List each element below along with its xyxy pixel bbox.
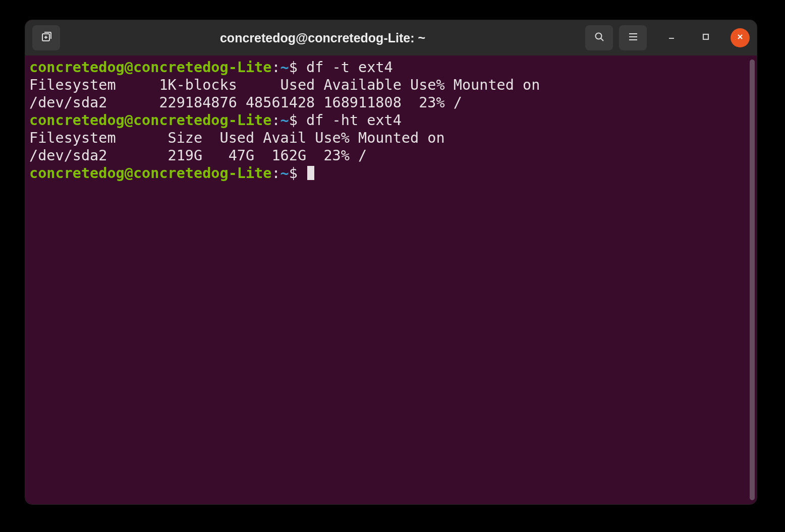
prompt-dollar: $	[289, 112, 298, 129]
cursor	[307, 166, 314, 180]
svg-rect-2	[703, 34, 708, 39]
titlebar: concretedog@concretedog-Lite: ~	[25, 20, 757, 55]
prompt-user: concretedog@concretedog-Lite	[29, 165, 271, 182]
search-button[interactable]	[585, 25, 613, 50]
terminal-body-wrap: concretedog@concretedog-Lite:~$ df -t ex…	[25, 55, 757, 504]
window-title: concretedog@concretedog-Lite: ~	[66, 31, 579, 45]
prompt-colon: :	[271, 59, 280, 76]
terminal-window: concretedog@concretedog-Lite: ~	[25, 20, 757, 504]
command-1: df -t ext4	[298, 59, 393, 76]
output-2-header: Filesystem Size Used Avail Use% Mounted …	[29, 130, 445, 146]
maximize-button[interactable]	[696, 28, 715, 47]
output-1-row: /dev/sda2 229184876 48561428 168911808 2…	[29, 94, 462, 111]
search-icon	[593, 31, 605, 45]
command-3	[298, 165, 306, 182]
prompt-path: ~	[281, 59, 289, 76]
prompt-path: ~	[281, 112, 289, 129]
prompt-dollar: $	[289, 59, 298, 76]
command-2: df -ht ext4	[298, 112, 402, 129]
prompt-colon: :	[271, 112, 280, 129]
prompt-user: concretedog@concretedog-Lite	[29, 59, 271, 76]
maximize-icon	[702, 33, 710, 43]
new-tab-button[interactable]	[32, 25, 60, 50]
svg-point-1	[595, 33, 601, 39]
terminal-body[interactable]: concretedog@concretedog-Lite:~$ df -t ex…	[25, 55, 749, 504]
prompt-path: ~	[281, 165, 289, 182]
menu-button[interactable]	[619, 25, 647, 50]
prompt-dollar: $	[289, 165, 298, 182]
minimize-button[interactable]	[662, 28, 681, 47]
output-1-header: Filesystem 1K-blocks Used Available Use%…	[29, 77, 540, 93]
scrollbar-thumb[interactable]	[750, 60, 755, 500]
new-tab-icon	[40, 31, 52, 45]
close-icon	[736, 33, 744, 43]
close-button[interactable]	[731, 28, 750, 47]
prompt-colon: :	[271, 165, 280, 182]
output-2-row: /dev/sda2 219G 47G 162G 23% /	[29, 147, 367, 164]
minimize-icon	[667, 33, 676, 43]
hamburger-icon	[627, 31, 639, 45]
prompt-user: concretedog@concretedog-Lite	[29, 112, 271, 129]
scrollbar[interactable]	[749, 60, 756, 500]
